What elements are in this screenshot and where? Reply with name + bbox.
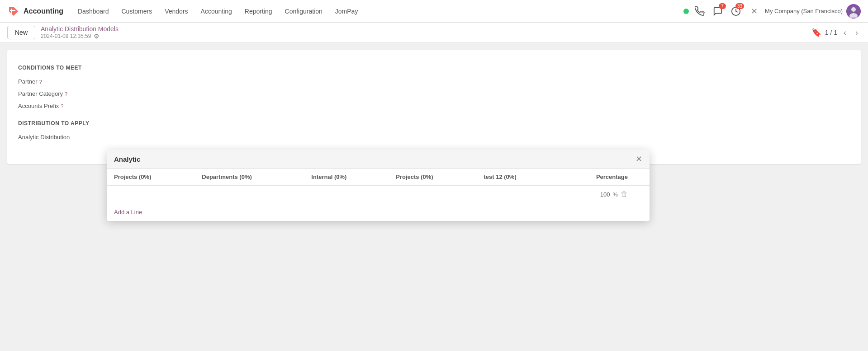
- breadcrumb-link[interactable]: Analytic Distribution Models: [41, 25, 119, 33]
- timer-button[interactable]: 33: [729, 4, 743, 19]
- add-line-link[interactable]: Add a Line: [107, 203, 149, 221]
- partner-category-field-row: Partner Category?: [18, 90, 850, 97]
- cell-internal: [304, 185, 389, 203]
- cell-test12: [476, 185, 556, 203]
- col-projects1: Projects (0%): [107, 169, 194, 185]
- nav-vendors[interactable]: Vendors: [159, 5, 193, 18]
- page-info: 1 / 1: [825, 29, 837, 36]
- analytic-popup: Analytic ✕ Projects (0%) Departments (0%…: [107, 150, 650, 221]
- col-internal: Internal (0%): [304, 169, 389, 185]
- partner-category-label: Partner Category?: [18, 90, 109, 97]
- delete-row-button[interactable]: 🗑: [621, 190, 628, 198]
- col-test12: test 12 (0%): [476, 169, 556, 185]
- table-header-row: Projects (0%) Departments (0%) Internal …: [107, 169, 650, 185]
- percentage-value: 100: [600, 191, 610, 198]
- nav-reporting[interactable]: Reporting: [239, 5, 278, 18]
- col-departments: Departments (0%): [194, 169, 304, 185]
- settings-gear-icon[interactable]: ⚙: [94, 33, 100, 40]
- company-name[interactable]: My Company (San Francisco): [765, 8, 843, 14]
- nav-accounting[interactable]: Accounting: [195, 5, 237, 18]
- prev-page-button[interactable]: ‹: [841, 27, 849, 38]
- partner-field-row: Partner?: [18, 78, 850, 85]
- col-projects2: Projects (0%): [389, 169, 476, 185]
- nav-right-area: 7 33 ✕ My Company (San Francisco): [683, 4, 861, 19]
- partner-label: Partner?: [18, 78, 109, 85]
- subheader: New Analytic Distribution Models 2024-01…: [0, 23, 868, 43]
- nav-jompay[interactable]: JomPay: [330, 5, 364, 18]
- accounts-prefix-help-icon[interactable]: ?: [61, 103, 63, 109]
- logo-area: Accounting: [7, 5, 63, 18]
- status-indicator: [683, 9, 689, 14]
- form-card: CONDITIONS TO MEET Partner? Partner Cate…: [7, 50, 861, 164]
- next-page-button[interactable]: ›: [853, 27, 861, 38]
- cell-projects2: [389, 185, 476, 203]
- top-nav: Accounting Dashboard Customers Vendors A…: [0, 0, 868, 23]
- breadcrumb-meta: 2024-01-09 12:35:59 ⚙: [41, 33, 119, 40]
- conditions-section-title: CONDITIONS TO MEET: [18, 65, 850, 71]
- app-logo-icon: [7, 5, 20, 18]
- accounts-prefix-label: Accounts Prefix?: [18, 103, 109, 109]
- phone-button[interactable]: [693, 4, 707, 19]
- add-line-area: Add a Line: [107, 203, 650, 221]
- col-actions: [635, 169, 650, 185]
- timestamp: 2024-01-09 12:35:59: [41, 33, 91, 39]
- main-content: CONDITIONS TO MEET Partner? Partner Cate…: [0, 43, 868, 349]
- svg-point-4: [851, 7, 856, 12]
- distribution-section: DISTRIBUTION TO APPLY: [18, 120, 850, 126]
- cell-projects1: [107, 185, 194, 203]
- nav-dashboard[interactable]: Dashboard: [72, 5, 114, 18]
- app-title: Accounting: [24, 7, 63, 15]
- messages-button[interactable]: 7: [711, 4, 725, 19]
- analytic-distribution-label: Analytic Distribution: [18, 134, 109, 140]
- messages-badge: 7: [719, 3, 726, 9]
- popup-table: Projects (0%) Departments (0%) Internal …: [107, 169, 650, 203]
- breadcrumb-area: Analytic Distribution Models 2024-01-09 …: [41, 25, 119, 40]
- cell-percentage: 100 % 🗑: [557, 185, 635, 203]
- percent-sign: %: [612, 191, 618, 198]
- partner-help-icon[interactable]: ?: [39, 79, 42, 84]
- nav-configuration[interactable]: Configuration: [280, 5, 328, 18]
- popup-close-button[interactable]: ✕: [636, 155, 642, 163]
- table-row: 100 % 🗑: [107, 185, 650, 203]
- popup-title: Analytic: [114, 155, 140, 163]
- popup-header: Analytic ✕: [107, 150, 650, 169]
- partner-category-help-icon[interactable]: ?: [65, 91, 67, 97]
- bookmark-icon[interactable]: 🔖: [811, 28, 821, 37]
- distribution-section-title: DISTRIBUTION TO APPLY: [18, 120, 850, 126]
- new-button[interactable]: New: [7, 26, 35, 39]
- pagination-area: 🔖 1 / 1 ‹ ›: [811, 27, 861, 38]
- col-percentage: Percentage: [557, 169, 635, 185]
- close-icon-nav[interactable]: ✕: [747, 4, 761, 19]
- user-avatar[interactable]: [846, 4, 861, 19]
- nav-customers[interactable]: Customers: [116, 5, 158, 18]
- timer-badge: 33: [735, 3, 744, 9]
- accounts-prefix-field-row: Accounts Prefix?: [18, 103, 850, 109]
- analytic-distribution-field-row: Analytic Distribution: [18, 134, 850, 140]
- cell-departments: [194, 185, 304, 203]
